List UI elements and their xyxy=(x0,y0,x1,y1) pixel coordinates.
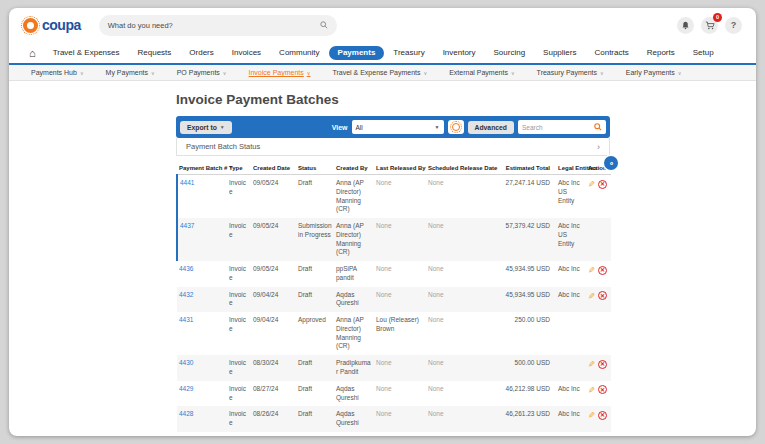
table-search xyxy=(518,120,606,134)
export-to-button[interactable]: Export to ▼ xyxy=(180,121,232,134)
global-search-placeholder: What do you need? xyxy=(108,21,173,30)
delete-icon[interactable]: ✕ xyxy=(598,360,607,369)
search-icon[interactable] xyxy=(594,123,602,131)
payment-batch-link[interactable]: 4428 xyxy=(179,410,193,417)
payment-batch-link[interactable]: 4431 xyxy=(179,316,193,323)
table-columns-config-button[interactable]: ‹› xyxy=(604,156,618,170)
notifications-button[interactable] xyxy=(677,17,694,34)
scheduled-release-date-value: None xyxy=(428,222,444,229)
cell-last-released-by: Lou (Releaser) Brown xyxy=(374,312,426,355)
cell-legal-entities: Abc Inc xyxy=(556,261,586,287)
home-icon[interactable]: ⌂ xyxy=(21,47,44,59)
column-header-created-by[interactable]: Created By xyxy=(334,162,374,175)
cell-status: Draft xyxy=(296,355,334,381)
nav-item-contracts[interactable]: Contracts xyxy=(585,46,637,60)
payment-batch-link[interactable]: 4441 xyxy=(180,179,194,186)
table-body: 4441Invoice09/05/24DraftAnna (AP Directo… xyxy=(177,175,611,437)
nav-item-setup[interactable]: Setup xyxy=(684,46,723,60)
column-header-legal-entities[interactable]: Legal Entities xyxy=(556,162,586,175)
table-row: 4430Invoice08/30/24DraftPradipkumar Pand… xyxy=(177,355,611,381)
cart-button[interactable]: 0 xyxy=(701,17,718,34)
nav-item-reports[interactable]: Reports xyxy=(638,46,684,60)
subnav-item-treasury-payments[interactable]: Treasury Payments∨ xyxy=(537,69,604,76)
subnav-item-invoice-payments[interactable]: Invoice Payments∨ xyxy=(249,69,311,76)
coupa-logo[interactable]: coupa xyxy=(23,17,81,33)
nav-item-invoices[interactable]: Invoices xyxy=(223,46,270,60)
delete-icon[interactable]: ✕ xyxy=(598,180,607,189)
delete-icon[interactable]: ✕ xyxy=(598,411,607,420)
payment-batch-link[interactable]: 4436 xyxy=(179,265,193,272)
view-settings-button[interactable] xyxy=(448,120,464,134)
cell-scheduled-release-date: None xyxy=(426,218,502,261)
edit-pencil-icon[interactable]: ✎ xyxy=(588,410,595,421)
edit-pencil-icon[interactable]: ✎ xyxy=(588,179,595,190)
nav-item-community[interactable]: Community xyxy=(270,46,328,60)
column-header-created-date[interactable]: Created Date xyxy=(251,162,296,175)
search-icon xyxy=(320,21,328,29)
scheduled-release-date-value: None xyxy=(428,265,444,272)
column-header-payment-batch-[interactable]: Payment Batch # ▼ xyxy=(177,162,227,175)
cell-payment-batch-number: 4432 xyxy=(177,287,227,313)
last-released-by-value: None xyxy=(376,222,392,229)
cell-scheduled-release-date: None xyxy=(426,381,502,407)
cell-actions: ✎✕ xyxy=(586,261,611,287)
delete-icon[interactable]: ✕ xyxy=(598,291,607,300)
global-search-input[interactable]: What do you need? xyxy=(99,15,337,36)
table-row: 4432Invoice09/04/24DraftAqdas QureshiNon… xyxy=(177,287,611,313)
subnav-item-my-payments[interactable]: My Payments∨ xyxy=(106,69,155,76)
payment-batch-link[interactable]: 4430 xyxy=(179,359,193,366)
column-header-type[interactable]: Type xyxy=(227,162,251,175)
advanced-button[interactable]: Advanced xyxy=(468,121,514,134)
view-select[interactable]: All ▼ xyxy=(352,120,444,134)
edit-pencil-icon[interactable]: ✎ xyxy=(588,291,595,302)
question-mark-icon: ? xyxy=(731,20,737,30)
nav-item-inventory[interactable]: Inventory xyxy=(434,46,485,60)
cell-scheduled-release-date: None xyxy=(426,355,502,381)
nav-item-orders[interactable]: Orders xyxy=(180,46,222,60)
cell-estimated-total: 46,261.23 USD xyxy=(502,406,556,432)
cell-estimated-total: 500.00 USD xyxy=(502,355,556,381)
subnav-item-external-payments[interactable]: External Payments∨ xyxy=(449,69,514,76)
chevron-down-icon: ∨ xyxy=(151,70,155,76)
column-header-last-released-by[interactable]: Last Released By xyxy=(374,162,426,175)
nav-item-suppliers[interactable]: Suppliers xyxy=(534,46,585,60)
cell-status: Draft xyxy=(296,287,334,313)
column-header-status[interactable]: Status xyxy=(296,162,334,175)
cell-created-by: Anna (AP Director) Manning (CR) xyxy=(334,312,374,355)
cell-type: Invoice xyxy=(227,312,251,355)
cell-actions xyxy=(586,218,611,261)
cell-status: Draft xyxy=(296,261,334,287)
last-released-by-value: None xyxy=(376,410,392,417)
payment-batch-status-panel[interactable]: Payment Batch Status › xyxy=(176,138,610,156)
nav-item-payments[interactable]: Payments xyxy=(329,46,385,60)
table-search-input[interactable] xyxy=(522,124,588,131)
subnav-item-early-payments[interactable]: Early Payments∨ xyxy=(626,69,682,76)
edit-pencil-icon[interactable]: ✎ xyxy=(588,359,595,370)
cell-created-date: 09/05/24 xyxy=(251,218,296,261)
nav-item-sourcing[interactable]: Sourcing xyxy=(485,46,535,60)
cell-last-released-by: None xyxy=(374,381,426,407)
column-header-scheduled-release-date[interactable]: Scheduled Release Date xyxy=(426,162,502,175)
nav-item-travel-expenses[interactable]: Travel & Expenses xyxy=(44,46,129,60)
edit-pencil-icon[interactable]: ✎ xyxy=(588,265,595,276)
nav-item-treasury[interactable]: Treasury xyxy=(384,46,433,60)
scheduled-release-date-value: None xyxy=(428,291,444,298)
delete-icon[interactable]: ✕ xyxy=(598,266,607,275)
nav-item-requests[interactable]: Requests xyxy=(129,46,181,60)
help-button[interactable]: ? xyxy=(725,17,742,34)
payment-batch-link[interactable]: 4432 xyxy=(179,291,193,298)
subnav-item-po-payments[interactable]: PO Payments∨ xyxy=(177,69,227,76)
subnav-item-payments-hub[interactable]: Payments Hub∨ xyxy=(31,69,84,76)
cell-actions: ✎✕ xyxy=(586,406,611,432)
payment-batch-link[interactable]: 4429 xyxy=(179,385,193,392)
cell-last-released-by: None xyxy=(374,355,426,381)
cell-legal-entities: Abc Inc xyxy=(556,406,586,432)
cell-legal-entities: Abc Inc xyxy=(556,381,586,407)
delete-icon[interactable]: ✕ xyxy=(598,385,607,394)
column-header-estimated-total[interactable]: Estimated Total xyxy=(502,162,556,175)
payment-batch-link[interactable]: 4437 xyxy=(180,222,194,229)
subnav-item-travel-expense-payments[interactable]: Travel & Expense Payments∨ xyxy=(332,69,427,76)
table-row: 4436Invoice09/05/24DraftppSiPA panditNon… xyxy=(177,261,611,287)
edit-pencil-icon[interactable]: ✎ xyxy=(588,385,595,396)
cell-payment-batch-number: 4441 xyxy=(177,175,227,219)
